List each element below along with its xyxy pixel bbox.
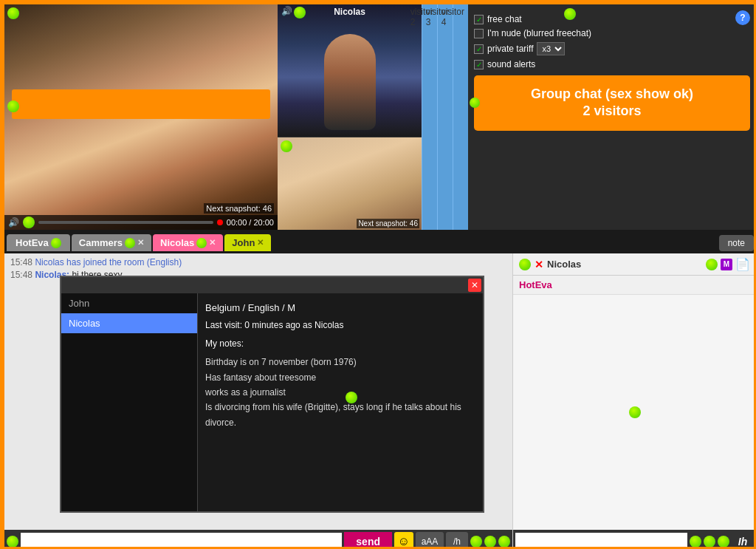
shortcut-button[interactable]: /h bbox=[446, 532, 468, 549]
sidebar-center-green-dot bbox=[629, 406, 641, 418]
doc-icon[interactable]: 📄 bbox=[735, 257, 750, 271]
sidebar-icons: M 📄 bbox=[706, 257, 750, 271]
visitor-cell-3: visitor 3 bbox=[437, 4, 453, 230]
sub-video-bg bbox=[278, 137, 422, 230]
tab-cammers-dot bbox=[125, 238, 135, 248]
tab-cammers-label: Cammers bbox=[79, 237, 123, 248]
multiplier-select[interactable]: x3 x2 x4 bbox=[537, 42, 565, 55]
visitor-cell-2: visitor 2 bbox=[422, 4, 437, 230]
sidebar-chat-input[interactable] bbox=[515, 533, 687, 549]
sidebar-close-x[interactable]: ✕ bbox=[535, 259, 543, 270]
sub-green-dot bbox=[281, 140, 292, 152]
record-indicator bbox=[217, 219, 223, 225]
nicolas-green-dot bbox=[294, 7, 306, 18]
tab-hoteva[interactable]: HotEva bbox=[7, 234, 70, 251]
im-nude-label: I'm nude (blurred freechat) bbox=[487, 28, 591, 38]
chat-right-green-dot-2 bbox=[484, 536, 496, 548]
msg1-text: Nicolas has joined the room (English) bbox=[35, 257, 182, 267]
right-sidebar: ✕ Nicolas M 📄 HotEva bbox=[512, 253, 756, 549]
free-chat-label: free chat bbox=[487, 14, 522, 24]
im-nude-checkbox[interactable] bbox=[474, 29, 484, 38]
sub-video: Next snapshot: 46 bbox=[278, 137, 422, 230]
visitor-cell-4: visitor 4 bbox=[453, 4, 468, 230]
msg2-time: 15:48 bbox=[10, 270, 35, 280]
tab-cammers-close[interactable]: ✕ bbox=[137, 238, 144, 248]
private-tariff-row: ✓ private tariff x3 x2 x4 bbox=[474, 42, 750, 55]
progress-bar[interactable] bbox=[38, 221, 213, 224]
sub-snapshot-label: Next snapshot: 46 bbox=[357, 219, 419, 228]
right-settings-panel: ? ✓ free chat I'm nude (blurred freechat… bbox=[468, 4, 756, 230]
app-container: Next snapshot: 46 🔊 00:00 / 20:00 🔊 bbox=[2, 2, 756, 549]
tab-nicolas[interactable]: Nicolas ✕ bbox=[153, 234, 223, 251]
sidebar-green-dot bbox=[519, 259, 531, 270]
sidebar-header-green-dot bbox=[706, 259, 718, 270]
notes-text: Birthday is on 7 november (born 1976)Has… bbox=[205, 355, 475, 430]
group-chat-wrapper: Group chat (sex show ok)2 visitors bbox=[474, 75, 750, 131]
notes-close-button[interactable]: ✕ bbox=[468, 279, 481, 292]
m-icon[interactable]: M bbox=[721, 259, 732, 270]
notes-location: Belgium / English / M bbox=[205, 301, 475, 316]
note-button[interactable]: note bbox=[719, 235, 754, 251]
sound-alerts-label: sound alerts bbox=[487, 59, 535, 69]
chat-panel: 15:48 Nicolas has joined the room (Engli… bbox=[4, 253, 512, 549]
chat-input[interactable] bbox=[21, 533, 342, 549]
sidebar-input-green-dot-3 bbox=[718, 536, 729, 548]
notes-body: John Nicolas Belgium / English / M Last … bbox=[61, 293, 483, 511]
ih-label: Ih bbox=[732, 532, 754, 549]
top-section: Next snapshot: 46 🔊 00:00 / 20:00 🔊 bbox=[4, 4, 756, 230]
group-chat-button[interactable]: Group chat (sex show ok)2 visitors bbox=[474, 75, 750, 131]
font-size-button[interactable]: aAA bbox=[416, 532, 444, 549]
middle-videos: 🔊 Nicolas Next snapshot: 46 bbox=[278, 4, 422, 230]
tab-cammers[interactable]: Cammers ✕ bbox=[72, 234, 151, 251]
emoji-button[interactable]: ☺ bbox=[394, 532, 413, 549]
nicolas-speaker-icon: 🔊 bbox=[281, 6, 292, 16]
main-video-controls: 🔊 00:00 / 20:00 bbox=[4, 215, 278, 230]
tab-hoteva-dot bbox=[51, 238, 61, 248]
sound-alerts-row: ✓ sound alerts bbox=[474, 59, 750, 69]
notes-label: My notes: bbox=[205, 337, 475, 351]
tab-nicolas-dot bbox=[196, 238, 207, 248]
visitor-4-label: visitor 4 bbox=[441, 7, 464, 27]
tab-nicolas-close[interactable]: ✕ bbox=[209, 238, 216, 248]
group-chat-green-dot bbox=[470, 98, 480, 108]
msg1-time: 15:48 bbox=[10, 257, 35, 267]
tab-hoteva-label: HotEva bbox=[16, 237, 49, 248]
nicolas-video: 🔊 Nicolas bbox=[278, 4, 422, 137]
notes-user-list: John Nicolas bbox=[61, 293, 198, 511]
tab-nicolas-label: Nicolas bbox=[160, 237, 194, 248]
notes-user-nicolas[interactable]: Nicolas bbox=[61, 313, 197, 333]
chat-msg-1: 15:48 Nicolas has joined the room (Engli… bbox=[10, 257, 506, 267]
nicolas-video-label: Nicolas bbox=[334, 7, 365, 17]
speaker-icon[interactable]: 🔊 bbox=[8, 217, 19, 228]
notes-last-visit: Last visit: 0 minutes ago as Nicolas bbox=[205, 318, 475, 333]
controls-green-dot bbox=[23, 216, 35, 228]
tab-john[interactable]: John ✕ bbox=[224, 234, 271, 251]
hoteva-row: HotEva bbox=[513, 276, 756, 295]
sound-alerts-checkbox[interactable]: ✓ bbox=[474, 60, 484, 69]
sidebar-input-area: Ih bbox=[513, 530, 756, 549]
free-chat-row: ✓ free chat bbox=[474, 14, 750, 24]
sidebar-input-green-dot-2 bbox=[704, 536, 715, 548]
nicolas-figure bbox=[324, 34, 376, 130]
main-video-green-dot bbox=[7, 7, 19, 19]
sidebar-header: ✕ Nicolas M 📄 bbox=[513, 253, 756, 276]
main-content: 15:48 Nicolas has joined the room (Engli… bbox=[4, 253, 756, 549]
chat-right-green-dot-3 bbox=[498, 536, 510, 548]
orange-banner bbox=[12, 89, 270, 119]
notes-green-dot bbox=[346, 392, 357, 403]
private-tariff-label: private tariff bbox=[487, 44, 533, 54]
tab-john-close[interactable]: ✕ bbox=[257, 238, 264, 248]
settings-checkboxes: ✓ free chat I'm nude (blurred freechat) … bbox=[474, 14, 750, 69]
tab-john-label: John bbox=[232, 237, 255, 248]
help-button[interactable]: ? bbox=[735, 10, 750, 25]
free-chat-checkbox[interactable]: ✓ bbox=[474, 15, 484, 24]
notes-user-john[interactable]: John bbox=[61, 293, 197, 313]
send-button[interactable]: send bbox=[344, 532, 392, 549]
private-tariff-checkbox[interactable]: ✓ bbox=[474, 44, 484, 54]
main-snapshot-label: Next snapshot: 46 bbox=[204, 203, 274, 214]
main-video: Next snapshot: 46 🔊 00:00 / 20:00 bbox=[4, 4, 278, 230]
video-time: 00:00 / 20:00 bbox=[227, 218, 274, 227]
im-nude-row: I'm nude (blurred freechat) bbox=[474, 28, 750, 38]
sidebar-input-green-dot-1 bbox=[690, 536, 701, 548]
chat-input-area: send ☺ aAA /h bbox=[4, 530, 512, 549]
